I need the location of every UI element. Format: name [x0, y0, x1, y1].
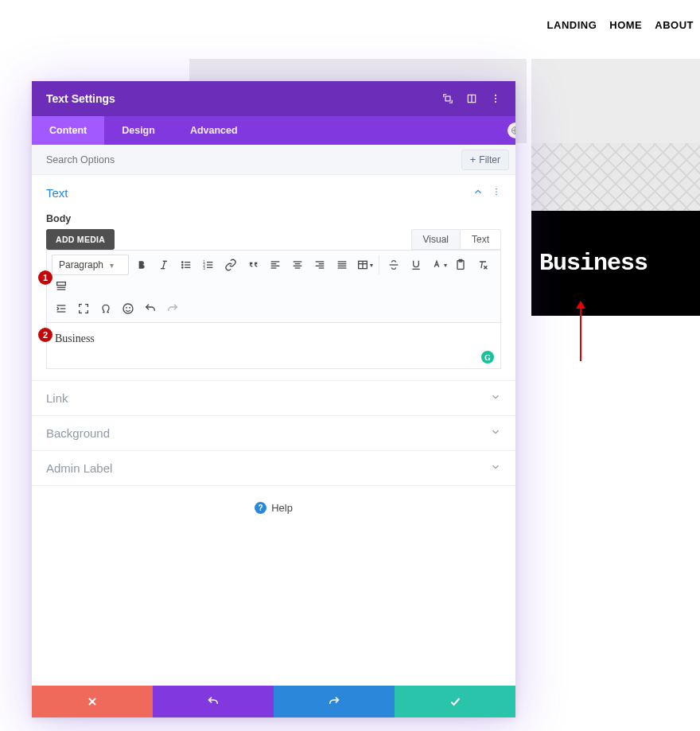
more-icon[interactable] — [490, 93, 501, 104]
nav-home[interactable]: HOME — [609, 19, 642, 31]
svg-point-15 — [182, 267, 183, 268]
tab-content[interactable]: Content — [32, 116, 104, 145]
save-button[interactable] — [395, 686, 515, 717]
emoji-icon[interactable] — [119, 299, 138, 318]
modal-title: Text Settings — [46, 92, 115, 105]
svg-point-58 — [130, 307, 130, 308]
bullet-list-icon[interactable] — [177, 255, 196, 274]
svg-point-3 — [495, 95, 496, 96]
annotation-badge-1: 1 — [38, 270, 52, 285]
annotation-arrow-line — [580, 305, 581, 361]
filter-button[interactable]: + Filter — [461, 150, 509, 170]
text-color-icon[interactable]: ▾ — [429, 255, 448, 274]
editor-text-tab[interactable]: Text — [460, 229, 501, 250]
preview-heading-block[interactable]: Business — [531, 211, 700, 316]
separator — [379, 255, 379, 274]
undo-button[interactable] — [153, 686, 274, 717]
special-char-icon[interactable] — [96, 299, 115, 318]
svg-point-8 — [496, 191, 497, 192]
align-right-icon[interactable] — [310, 255, 329, 274]
text-body-area: Body ADD MEDIA Visual Text Paragraph 123… — [32, 210, 515, 381]
tab-advanced[interactable]: Advanced — [173, 116, 255, 145]
search-row: + Filter — [32, 145, 515, 175]
expand-icon[interactable] — [442, 93, 453, 104]
numbered-list-icon[interactable]: 123 — [199, 255, 218, 274]
preview-block-2 — [531, 59, 700, 143]
snap-icon[interactable] — [466, 93, 477, 104]
italic-icon[interactable] — [154, 255, 173, 274]
svg-point-9 — [496, 194, 497, 196]
section-admin-label-title: Admin Label — [46, 461, 112, 475]
bold-icon[interactable] — [132, 255, 151, 274]
modal-tabs: Content Design Advanced — [32, 116, 515, 145]
svg-point-56 — [123, 304, 133, 313]
tab-design[interactable]: Design — [104, 116, 173, 145]
preview-pattern-block — [531, 143, 700, 211]
section-admin-label-header[interactable]: Admin Label — [32, 451, 515, 486]
editor-visual-tab[interactable]: Visual — [411, 229, 460, 250]
help-label: Help — [271, 502, 293, 514]
svg-point-13 — [182, 262, 183, 262]
strikethrough-icon[interactable] — [384, 255, 403, 274]
more-toolbar-icon[interactable] — [52, 277, 71, 296]
chevron-down-icon — [490, 461, 501, 475]
svg-point-7 — [496, 189, 497, 190]
align-center-icon[interactable] — [288, 255, 307, 274]
format-select[interactable]: Paragraph — [52, 255, 129, 275]
preview-heading-text: Business — [539, 250, 648, 277]
svg-point-57 — [126, 307, 127, 308]
align-justify-icon[interactable] — [332, 255, 352, 274]
help-icon: ? — [255, 502, 266, 514]
text-settings-modal: Text Settings Content Design Advanced + … — [32, 81, 515, 717]
svg-point-5 — [495, 101, 496, 103]
cancel-button[interactable] — [32, 686, 153, 717]
paste-icon[interactable] — [451, 255, 470, 274]
section-more-icon[interactable] — [492, 186, 501, 199]
body-label: Body — [46, 213, 501, 224]
section-background-header[interactable]: Background — [32, 416, 515, 451]
top-nav: LANDING HOME ABOUT — [547, 19, 694, 31]
grammarly-icon[interactable]: G — [481, 351, 494, 364]
link-icon[interactable] — [221, 255, 240, 274]
section-link-title: Link — [46, 391, 68, 405]
svg-text:3: 3 — [203, 266, 205, 270]
svg-point-4 — [495, 98, 496, 99]
chevron-up-icon — [472, 186, 484, 200]
clear-formatting-icon[interactable] — [473, 255, 492, 274]
align-left-icon[interactable] — [266, 255, 285, 274]
svg-line-12 — [163, 261, 165, 268]
redo-icon[interactable] — [163, 299, 182, 318]
section-link-header[interactable]: Link — [32, 381, 515, 416]
section-text-title: Text — [46, 186, 68, 200]
modal-footer — [32, 686, 515, 717]
svg-rect-50 — [57, 282, 66, 286]
quote-icon[interactable] — [243, 255, 262, 274]
fullscreen-icon[interactable] — [74, 299, 93, 318]
underline-icon[interactable] — [406, 255, 426, 274]
undo-icon[interactable] — [141, 299, 160, 318]
nav-landing[interactable]: LANDING — [547, 19, 597, 31]
add-media-button[interactable]: ADD MEDIA — [46, 229, 115, 250]
help-row[interactable]: ? Help — [32, 486, 515, 530]
section-text-header[interactable]: Text — [32, 175, 515, 210]
globe-icon[interactable] — [508, 122, 515, 138]
nav-about[interactable]: ABOUT — [655, 19, 694, 31]
svg-point-14 — [182, 264, 183, 265]
section-background-title: Background — [46, 426, 110, 440]
chevron-down-icon — [490, 391, 501, 405]
editor-text: Business — [55, 332, 95, 344]
filter-label: Filter — [479, 154, 500, 165]
editor-toolbar: Paragraph 123 ▾ ▾ — [46, 250, 501, 323]
indent-icon[interactable] — [52, 299, 71, 318]
chevron-down-icon — [490, 426, 501, 440]
svg-rect-0 — [445, 96, 450, 101]
modal-header[interactable]: Text Settings — [32, 81, 515, 116]
search-input[interactable] — [46, 154, 205, 165]
redo-button[interactable] — [274, 686, 395, 717]
annotation-badge-2: 2 — [38, 328, 52, 342]
table-icon[interactable]: ▾ — [355, 255, 374, 274]
editor-content[interactable]: Business G — [46, 323, 501, 369]
